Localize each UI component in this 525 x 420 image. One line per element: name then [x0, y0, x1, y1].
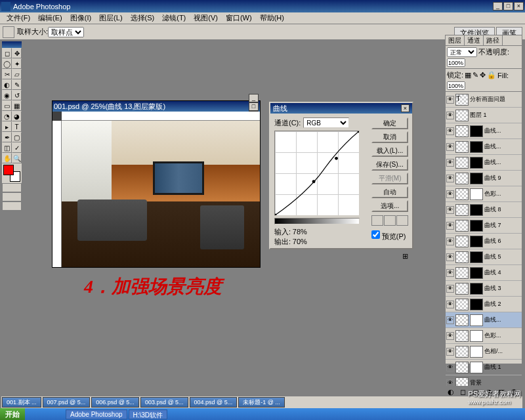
layer-row[interactable]: 👁曲线 8 [446, 202, 522, 218]
layer-name[interactable]: 曲线 3 [484, 284, 521, 293]
color-swatches[interactable] [2, 163, 22, 183]
fx-icon[interactable]: ◐ [448, 388, 457, 397]
layer-thumb[interactable] [455, 125, 469, 137]
white-point-icon[interactable] [396, 215, 408, 226]
document-titlebar[interactable]: 001.psd @ 25%(曲线 13,图层蒙版) _□× [52, 101, 260, 112]
curve-graph[interactable] [274, 131, 360, 216]
fg-color[interactable] [3, 165, 14, 175]
pencil-tool-icon[interactable] [289, 251, 301, 261]
close-button[interactable]: × [514, 2, 524, 10]
minimize-button[interactable]: _ [493, 2, 503, 10]
curve-tool-icon[interactable] [274, 251, 286, 261]
quick-mask[interactable] [2, 183, 22, 192]
visibility-icon[interactable]: 👁 [446, 316, 454, 324]
layer-thumb[interactable] [455, 236, 469, 247]
crop-tool[interactable]: ✂ [2, 69, 12, 79]
maximize-button[interactable]: □ [503, 2, 513, 10]
layer-name[interactable]: 曲线 8 [484, 205, 521, 214]
taskbar-item[interactable]: H:\3D软件 [129, 410, 168, 419]
layer-row[interactable]: 👁曲线 5 [446, 249, 522, 265]
heal-tool[interactable]: ◐ [2, 79, 12, 90]
mask-thumb[interactable] [470, 362, 483, 373]
mask-thumb[interactable] [470, 157, 483, 169]
brush-tool[interactable]: ✎ [12, 79, 22, 90]
save-button[interactable]: 保存(S)... [371, 159, 408, 171]
layer-name[interactable]: 曲线 4 [484, 268, 521, 277]
menu-view[interactable]: 视图(V) [190, 13, 222, 23]
layer-thumb[interactable] [455, 267, 469, 279]
layer-name[interactable]: 曲线 5 [484, 253, 521, 261]
blur-tool[interactable]: ◔ [2, 111, 12, 121]
menu-image[interactable]: 图像(I) [66, 13, 95, 23]
doc-tab[interactable]: 006.psd @ 5... [91, 397, 139, 408]
mask-thumb[interactable] [470, 220, 483, 232]
layer-name[interactable]: 曲线 2 [484, 300, 521, 308]
layer-row[interactable]: 👁曲线... [446, 155, 522, 171]
layer-thumb[interactable] [455, 314, 469, 326]
marquee-tool[interactable]: ◻ [2, 48, 12, 58]
layer-row[interactable]: 👁色相/... [446, 344, 522, 360]
gradient-tool[interactable]: ▦ [12, 100, 22, 111]
visibility-icon[interactable]: 👁 [446, 332, 454, 340]
doc-tab[interactable]: 001.副本 ... [2, 397, 41, 408]
layer-name[interactable]: 曲线... [484, 127, 521, 135]
expand-icon[interactable]: ⊞ [402, 252, 408, 261]
mask-thumb[interactable] [470, 188, 483, 200]
tab-layers[interactable]: 图层 [446, 35, 465, 45]
move-tool[interactable]: ✥ [12, 48, 22, 58]
layer-name[interactable]: 色彩... [484, 331, 521, 340]
layer-name[interactable]: 色彩... [484, 190, 521, 198]
auto-button[interactable]: 自动 [371, 186, 408, 198]
doc-minimize[interactable]: _ [249, 94, 259, 102]
visibility-icon[interactable]: 👁 [446, 285, 454, 293]
doc-tab[interactable]: 未标题-1 @ ... [238, 397, 285, 408]
visibility-icon[interactable]: 👁 [446, 253, 454, 261]
menu-filter[interactable]: 滤镜(T) [158, 13, 190, 23]
menu-file[interactable]: 文件(F) [3, 13, 34, 23]
smooth-button[interactable]: 平滑(M) [371, 173, 408, 184]
menu-layer[interactable]: 图层(L) [95, 13, 126, 23]
layer-thumb[interactable] [455, 220, 469, 232]
path-tool[interactable]: ▸ [2, 121, 12, 132]
visibility-icon[interactable]: 👁 [446, 112, 454, 119]
layer-row[interactable]: 👁曲线... [446, 123, 522, 139]
menu-window[interactable]: 窗口(W) [222, 13, 256, 23]
visibility-icon[interactable]: 👁 [446, 143, 454, 151]
slice-tool[interactable]: ▱ [12, 69, 22, 79]
lock-position-icon[interactable]: ✥ [480, 71, 486, 79]
layer-name[interactable]: 背景 [470, 379, 521, 386]
layer-row[interactable]: 👁曲线 6 [446, 234, 522, 249]
doc-tab[interactable]: 004.psd @ 5... [190, 397, 238, 408]
visibility-icon[interactable]: 👁 [446, 301, 454, 308]
layer-name[interactable]: 分析画面问题 [470, 95, 521, 104]
curves-close-icon[interactable]: × [401, 104, 410, 112]
layer-thumb[interactable] [455, 141, 469, 153]
layer-thumb[interactable] [455, 188, 469, 200]
cancel-button[interactable]: 取消 [371, 131, 408, 143]
menu-edit[interactable]: 编辑(E) [34, 13, 66, 23]
canvas-image[interactable] [62, 121, 260, 267]
mask-thumb[interactable] [470, 267, 483, 279]
screen-mode[interactable] [2, 192, 22, 201]
shape-tool[interactable]: ▢ [12, 132, 22, 142]
visibility-icon[interactable]: 👁 [446, 127, 454, 135]
layer-list[interactable]: 👁T分析画面问题👁图层 1👁曲线...👁曲线...👁曲线...👁曲线 9👁色彩.… [446, 92, 522, 386]
layer-name[interactable]: 图层 1 [470, 111, 521, 119]
ruler-vertical[interactable] [52, 121, 62, 267]
layer-row[interactable]: 👁曲线 4 [446, 265, 522, 281]
lock-all-icon[interactable]: 🔒 [487, 71, 496, 79]
gray-point-icon[interactable] [384, 215, 396, 226]
start-button[interactable]: 开始 [0, 408, 25, 420]
doc-tab[interactable]: 003.psd @ 5... [140, 397, 188, 408]
fill-input[interactable] [447, 81, 465, 90]
wand-tool[interactable]: ✦ [12, 58, 22, 69]
layer-thumb[interactable] [455, 362, 469, 373]
mask-thumb[interactable] [470, 141, 483, 153]
layer-thumb[interactable] [455, 173, 469, 184]
layer-thumb[interactable] [455, 330, 469, 342]
layer-name[interactable]: 曲线 1 [484, 363, 521, 371]
layer-thumb[interactable] [455, 157, 469, 169]
curves-titlebar[interactable]: 曲线 × [270, 103, 412, 114]
mask-thumb[interactable] [470, 283, 483, 295]
ruler-horizontal[interactable] [62, 112, 260, 121]
